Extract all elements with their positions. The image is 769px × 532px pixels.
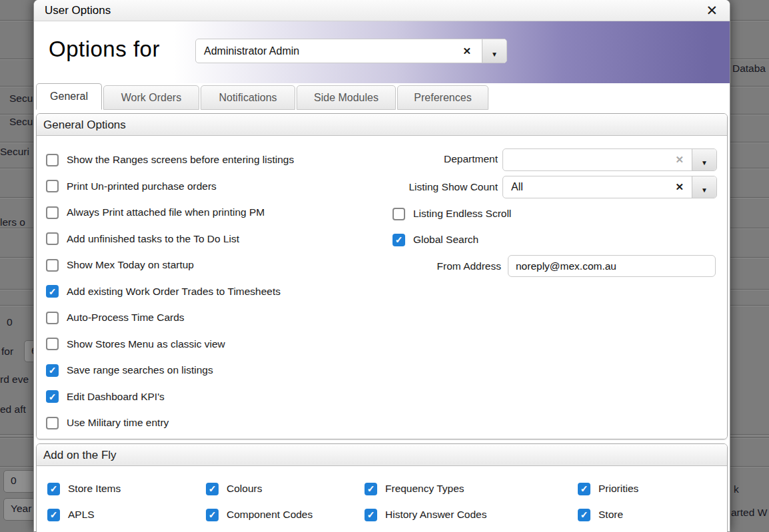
chevron-down-icon: ▼: [491, 50, 498, 57]
checkbox-label: History Answer Codes: [385, 509, 486, 521]
checkbox-row-priorities[interactable]: ✓Priorities: [578, 482, 638, 495]
checkbox-label: Frequency Types: [385, 483, 464, 495]
checkbox[interactable]: ✓: [46, 285, 59, 298]
checkbox[interactable]: ✓: [46, 390, 59, 403]
checkbox-row-global-search[interactable]: ✓ Global Search: [392, 233, 478, 246]
checkbox[interactable]: [46, 417, 59, 429]
general-options-group: General Options Show the Ranges screens …: [36, 113, 728, 439]
checkbox-label: Listing Endless Scroll: [413, 208, 511, 220]
checkbox[interactable]: ✓: [365, 483, 377, 495]
chevron-down-icon: ▼: [701, 159, 708, 166]
checkbox[interactable]: [46, 232, 59, 245]
checkbox[interactable]: ✓: [578, 509, 590, 521]
close-icon[interactable]: ✕: [706, 1, 718, 20]
user-combobox-value[interactable]: Administrator Admin: [204, 45, 299, 57]
checkbox[interactable]: [46, 206, 59, 219]
bg-fragment: rd eve: [0, 374, 29, 386]
checkbox-row-store-items[interactable]: ✓Store Items: [47, 482, 121, 495]
checkbox[interactable]: [46, 312, 59, 324]
listing-show-count-value[interactable]: All: [511, 181, 523, 193]
checkbox-row-frequency-types[interactable]: ✓Frequency Types: [365, 482, 464, 495]
checkbox-row-show-the-ranges-screens-before-entering-listings[interactable]: Show the Ranges screens before entering …: [46, 153, 294, 166]
checkbox-row-print-un-printed-purchase-orders[interactable]: Print Un-printed purchase orders: [46, 180, 217, 193]
checkbox-label: Use Military time entry: [67, 417, 169, 429]
checkbox[interactable]: ✓: [47, 509, 60, 521]
checkbox-row-auto-process-time-cards[interactable]: Auto-Process Time Cards: [46, 311, 185, 324]
department-combobox[interactable]: ✕ ▼: [502, 148, 717, 171]
from-address-input[interactable]: noreply@mex.com.au: [508, 255, 716, 277]
checkbox-row-colours[interactable]: ✓Colours: [206, 482, 262, 495]
chevron-down-icon: ▼: [701, 186, 708, 194]
tab-side-modules[interactable]: Side Modules: [297, 85, 396, 110]
options-for-title: Options for: [49, 37, 160, 62]
tab-notifications[interactable]: Notifications: [201, 85, 295, 110]
checkbox-row-show-mex-today-on-startup[interactable]: Show Mex Today on startup: [46, 258, 194, 272]
checkbox[interactable]: [392, 208, 405, 220]
bg-fragment: for: [1, 346, 13, 358]
checkbox-label: Global Search: [413, 234, 478, 246]
checkbox-row-store[interactable]: ✓Store: [578, 508, 623, 521]
checkbox-label: Store: [598, 509, 623, 521]
add-on-the-fly-body: ✓Store Items✓Colours✓Frequency Types✓Pri…: [37, 466, 727, 532]
checkbox[interactable]: [46, 338, 59, 350]
checkbox[interactable]: ✓: [365, 509, 377, 521]
checkbox-row-show-stores-menu-as-classic-view[interactable]: Show Stores Menu as classic view: [46, 338, 225, 351]
listing-show-count-label: Listing Show Count: [323, 181, 498, 193]
dialog-titlebar: User Options ✕: [34, 0, 730, 21]
checkbox-label: Priorities: [598, 483, 638, 495]
dialog-title: User Options: [45, 4, 111, 17]
bg-fragment: arted W: [731, 507, 767, 519]
group-header-add-on-the-fly: Add on the Fly: [37, 444, 727, 466]
listing-show-count-combobox[interactable]: All ✕ ▼: [502, 176, 717, 198]
bg-fragment: Securi: [0, 146, 29, 158]
bg-fragment: Databa: [732, 63, 766, 75]
checkbox-row-add-unfinished-tasks-to-the-to-do-list[interactable]: Add unfinished tasks to the To Do List: [46, 232, 239, 246]
checkbox-row-component-codes[interactable]: ✓Component Codes: [206, 508, 313, 521]
checkbox-row-listing-endless-scroll[interactable]: Listing Endless Scroll: [392, 207, 511, 220]
checkbox-row-save-range-searches-on-listings[interactable]: ✓Save range searches on listings: [46, 364, 213, 377]
bg-input-fragment: 0: [3, 470, 35, 493]
tab-preferences[interactable]: Preferences: [397, 85, 488, 110]
checkbox[interactable]: ✓: [206, 483, 219, 495]
bg-fragment: ed aft: [0, 403, 26, 415]
checkbox-row-add-existing-work-order-trades-to-timesheets[interactable]: ✓Add existing Work Order Trades to Times…: [46, 285, 281, 298]
clear-icon[interactable]: ✕: [675, 181, 684, 193]
dropdown-button[interactable]: ▼: [482, 39, 506, 63]
checkbox[interactable]: [46, 259, 59, 272]
clear-icon[interactable]: ✕: [462, 45, 471, 57]
checkbox[interactable]: ✓: [392, 234, 405, 246]
tab-general[interactable]: General: [36, 83, 102, 110]
checkbox-label: Component Codes: [227, 509, 313, 521]
add-on-the-fly-group: Add on the Fly ✓Store Items✓Colours✓Freq…: [36, 443, 728, 532]
from-address-value: noreply@mex.com.au: [516, 260, 616, 272]
checkbox-row-apls[interactable]: ✓APLS: [47, 508, 95, 521]
checkbox[interactable]: [46, 154, 59, 166]
checkbox-label: Store Items: [68, 483, 121, 495]
checkbox[interactable]: ✓: [47, 483, 60, 495]
bg-fragment: k: [734, 483, 739, 495]
checkbox-label: Print Un-printed purchase orders: [67, 180, 217, 192]
from-address-label: From Address: [323, 260, 501, 272]
options-tabstrip: General Work Orders Notifications Side M…: [34, 83, 730, 110]
checkbox-label: Always Print attached file when printing…: [67, 206, 265, 218]
bg-fragment: Secu: [9, 116, 33, 128]
clear-icon[interactable]: ✕: [675, 154, 684, 166]
checkbox-row-use-military-time-entry[interactable]: Use Military time entry: [46, 416, 169, 429]
user-options-dialog: User Options ✕ Options for Administrator…: [33, 0, 730, 532]
bg-fragment: 0: [7, 316, 13, 328]
checkbox[interactable]: ✓: [46, 364, 59, 377]
checkbox-row-always-print-attached-file-when-printing-pm[interactable]: Always Print attached file when printing…: [46, 206, 265, 219]
dialog-header: Options for Administrator Admin ✕ ▼: [34, 21, 730, 83]
dropdown-button[interactable]: ▼: [692, 149, 716, 170]
checkbox-label: Add existing Work Order Trades to Timesh…: [67, 286, 281, 298]
dropdown-button[interactable]: ▼: [692, 176, 716, 198]
checkbox[interactable]: ✓: [578, 483, 590, 495]
checkbox[interactable]: [46, 180, 59, 192]
checkbox-row-edit-dashboard-kpi-s[interactable]: ✓Edit Dashboard KPI's: [46, 390, 165, 403]
tab-work-orders[interactable]: Work Orders: [103, 85, 199, 110]
checkbox-label: Show the Ranges screens before entering …: [67, 154, 294, 166]
checkbox[interactable]: ✓: [206, 509, 219, 521]
checkbox-label: Auto-Process Time Cards: [67, 312, 185, 324]
user-combobox[interactable]: Administrator Admin ✕ ▼: [195, 39, 507, 63]
checkbox-row-history-answer-codes[interactable]: ✓History Answer Codes: [365, 508, 486, 521]
